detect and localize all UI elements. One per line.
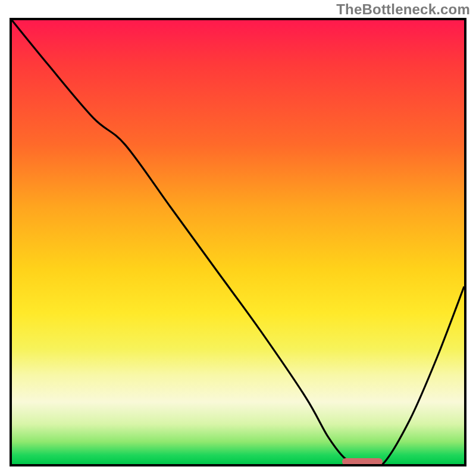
watermark-text: TheBottleneck.com [336, 1, 470, 18]
bottleneck-curve [12, 20, 464, 464]
curve-path [12, 20, 464, 464]
chart-frame: TheBottleneck.com [0, 0, 476, 476]
plot-area [10, 18, 466, 466]
optimal-range-marker [342, 458, 383, 465]
